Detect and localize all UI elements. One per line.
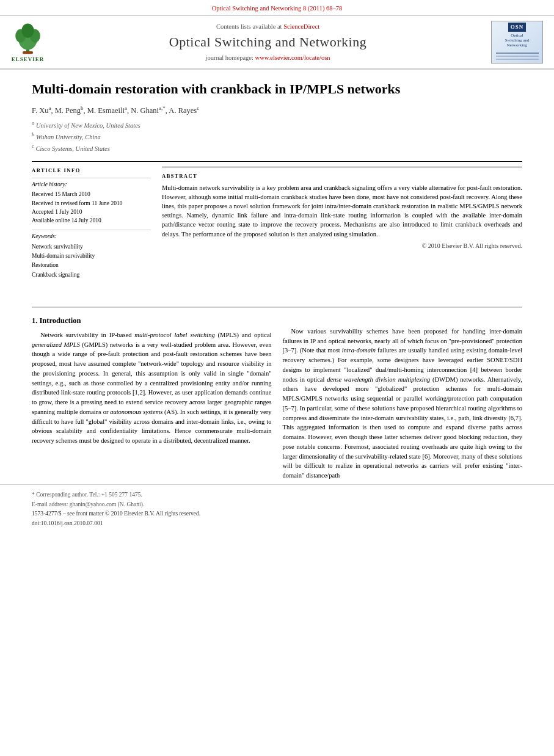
right-column: Now various survivability schemes have b… [283,308,523,484]
affiliation-b: b Wuhan University, China [32,131,522,142]
elsevier-brand-text: ELSEVIER [12,56,45,64]
article-dates: Received 15 March 2010 Received in revis… [32,190,151,225]
citation-text: Optical Switching and Networking 8 (2011… [212,5,343,12]
left-column: 1. Introduction Network survivability in… [32,308,272,484]
accepted-date: Accepted 1 July 2010 [32,208,151,216]
authors-line: F. Xua, M. Pengb, M. Esmaeilia, N. Ghani… [32,104,522,116]
svg-point-4 [21,23,34,38]
intro-paragraph-left: Network survivability in IP-based multi-… [32,330,272,446]
available-online-date: Available online 14 July 2010 [32,216,151,225]
contents-line: Contents lists available at ScienceDirec… [51,22,485,31]
received-date-revised: Received in revised form 11 June 2010 [32,199,151,208]
intro-paragraph-right: Now various survivability schemes have b… [283,327,523,481]
article-history-block: Article history: Received 15 March 2010 … [32,178,151,225]
keyword-2: Multi-domain survivability [32,252,151,261]
osn-decoration-icon [496,50,539,62]
affiliation-a: a University of New Mexico, United State… [32,119,522,130]
intro-right-text: Now various survivability schemes have b… [283,327,523,481]
osn-logo: OSN OpticalSwitching andNetworking [491,21,543,64]
info-abstract-block: ARTICLE INFO Article history: Received 1… [32,161,522,285]
corresponding-author: * Corresponding author. Tel.: +1 505 277… [32,491,522,500]
article-info-label: ARTICLE INFO [32,167,151,174]
doi-line: doi:10.1016/j.osn.2010.07.001 [32,520,522,528]
article-info-column: ARTICLE INFO Article history: Received 1… [32,162,151,285]
affiliations: a University of New Mexico, United State… [32,119,522,153]
email-line: E-mail address: ghanin@yahoo.com (N. Gha… [32,501,522,509]
homepage-line: journal homepage: www.elsevier.com/locat… [51,53,485,62]
svg-rect-5 [23,51,33,54]
received-date-1: Received 15 March 2010 [32,190,151,198]
keywords-label: Keywords: [32,233,151,241]
issn-line: 1573-4277/$ – see front matter © 2010 El… [32,510,522,518]
elsevier-logo: ELSEVIER [11,21,45,64]
osn-subtitle: OpticalSwitching andNetworking [505,33,529,48]
keywords-block: Keywords: Network survivability Multi-do… [32,230,151,280]
article-title: Multi-domain restoration with crankback … [32,81,522,98]
copyright-line: © 2010 Elsevier B.V. All rights reserved… [162,242,522,251]
journal-center-block: Contents lists available at ScienceDirec… [51,22,485,62]
osn-badge: OSN [508,23,527,32]
journal-title: Optical Switching and Networking [51,32,485,52]
keyword-1: Network survivability [32,242,151,252]
keywords-list: Network survivability Multi-domain survi… [32,242,151,280]
intro-heading: 1. Introduction [32,315,272,326]
abstract-label: ABSTRACT [162,167,522,180]
sciencedirect-link[interactable]: ScienceDirect [283,23,319,30]
main-body: 1. Introduction Network survivability in… [0,308,554,484]
top-citation-bar: Optical Switching and Networking 8 (2011… [0,0,554,15]
affiliation-c: c Cisco Systems, United States [32,142,522,153]
article-content: Multi-domain restoration with crankback … [0,70,554,307]
abstract-column: ABSTRACT Multi-domain network survivabil… [162,162,522,285]
homepage-link[interactable]: www.elsevier.com/locate/osn [255,54,330,61]
abstract-text: Multi-domain network survivability is a … [162,183,522,239]
footer: * Corresponding author. Tel.: +1 505 277… [0,484,554,536]
journal-header: ELSEVIER Contents lists available at Sci… [0,15,554,70]
keyword-4: Crankback signaling [32,271,151,280]
article-history-label: Article history: [32,181,151,189]
keyword-3: Restoration [32,261,151,270]
page: Optical Switching and Networking 8 (2011… [0,0,554,756]
elsevier-tree-icon [11,21,45,55]
intro-left-text: Network survivability in IP-based multi-… [32,330,272,446]
